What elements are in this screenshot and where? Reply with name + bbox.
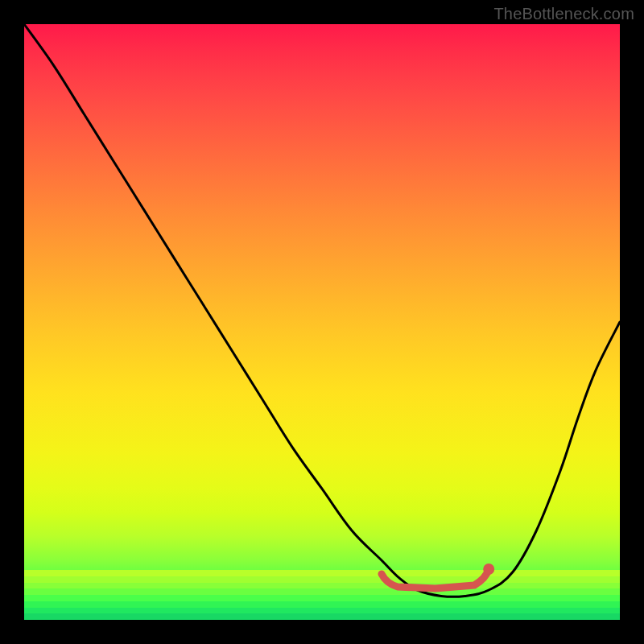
bottleneck-curve: [24, 24, 620, 597]
optimal-range-end-dot: [483, 564, 494, 575]
chart-svg: [24, 24, 620, 620]
chart-plot-area: [24, 24, 620, 620]
watermark-text: TheBottleneck.com: [493, 5, 634, 23]
optimal-range-marker: [382, 569, 489, 588]
